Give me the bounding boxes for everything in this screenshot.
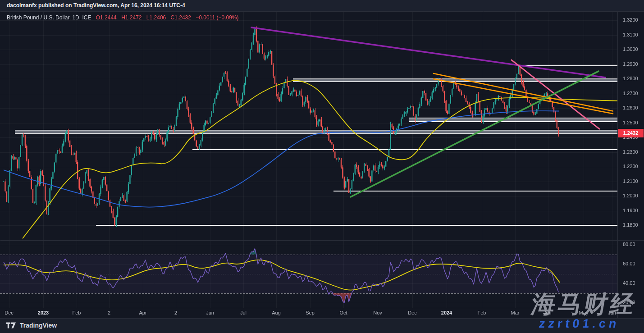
- ohlc-low: L1.2406: [146, 14, 166, 21]
- rsi-axis-label: 40.00: [623, 280, 635, 286]
- last-price-badge: 1.2432: [618, 129, 644, 137]
- rsi-axis-label: 80.00: [623, 242, 635, 247]
- price-axis-label: 1.2600: [623, 105, 638, 110]
- time-axis-label: 2: [174, 310, 177, 315]
- tradingview-logo[interactable]: TradingView: [6, 322, 57, 329]
- rsi-axis-label: 60.00: [623, 261, 635, 266]
- price-axis-label: 1.1800: [623, 222, 638, 228]
- price-axis-label: 1.2500: [623, 120, 638, 125]
- price-axis-label: 1.1900: [623, 208, 638, 213]
- price-axis-label: 1.2300: [623, 149, 638, 155]
- price-axis-label: 1.3200: [623, 17, 638, 23]
- time-axis-label: Feb: [73, 310, 81, 315]
- time-axis-label: Aug: [272, 310, 281, 315]
- time-axis-label: Jun: [206, 310, 214, 315]
- last-price-value: 1.2432: [623, 130, 639, 136]
- price-axis-label: 1.3100: [623, 32, 638, 37]
- time-axis-label: Dec: [408, 310, 417, 315]
- price-axis-label: 1.2200: [623, 164, 638, 169]
- time-axis-label: Sep: [306, 310, 315, 315]
- time-axis-label: 2023: [38, 310, 49, 315]
- chart-canvas[interactable]: [0, 0, 644, 333]
- tradingview-chart-page: dacolmanfx published on TradingView.com,…: [0, 0, 644, 333]
- time-axis[interactable]: Dec2023Feb2Apr2JunJulAugSepOctNovDec2024…: [0, 308, 617, 318]
- time-axis-label: Nov: [373, 310, 382, 315]
- ohlc-high: H1.2472: [121, 14, 142, 21]
- price-axis[interactable]: 1.32001.31001.30001.29001.28001.27001.26…: [617, 11, 644, 308]
- time-axis-label: Feb: [478, 310, 486, 315]
- ohlc-close: C1.2432: [171, 14, 191, 21]
- price-axis-label: 1.2100: [623, 178, 638, 184]
- price-axis-label: 1.2800: [623, 76, 638, 81]
- symbol-title: British Pound / U.S. Dollar, 1D, ICE: [7, 14, 91, 21]
- price-axis-label: 1.3000: [623, 46, 638, 52]
- time-axis-label: Apr: [139, 310, 146, 315]
- watermark-url: zzrt01.cn: [538, 317, 644, 331]
- price-axis-label: 1.2700: [623, 91, 638, 96]
- time-axis-label: Mar: [511, 310, 520, 315]
- time-axis-label: 2: [108, 310, 110, 315]
- watermark-cjk: 海马财经: [529, 288, 644, 321]
- time-axis-label: Dec: [5, 310, 14, 315]
- ohlc-open: O1.2444: [96, 14, 117, 21]
- attribution-bar: dacolmanfx published on TradingView.com,…: [0, 0, 644, 11]
- symbol-legend[interactable]: British Pound / U.S. Dollar, 1D, ICE O1.…: [7, 14, 239, 21]
- time-axis-label: Oct: [339, 310, 347, 315]
- tradingview-logo-text: TradingView: [20, 322, 57, 329]
- price-axis-label: 1.2900: [623, 61, 638, 67]
- ohlc-change: −0.0011 (−0.09%): [196, 14, 238, 21]
- tradingview-logo-icon: [6, 322, 17, 328]
- attribution-text: dacolmanfx published on TradingView.com,…: [7, 2, 185, 9]
- time-axis-label: 2024: [441, 310, 452, 315]
- time-axis-label: Jul: [240, 310, 247, 315]
- price-axis-label: 1.2000: [623, 193, 638, 198]
